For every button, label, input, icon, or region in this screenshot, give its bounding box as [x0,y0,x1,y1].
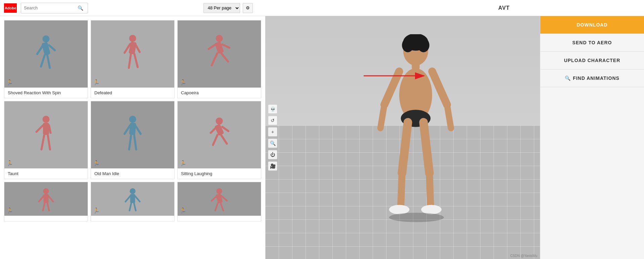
animation-card[interactable]: 🏃 [177,182,261,221]
run-icon: 🏃 [180,79,186,86]
svg-line-14 [209,45,216,49]
character-figure [379,30,486,239]
svg-line-10 [129,54,131,68]
svg-line-47 [134,203,136,211]
svg-point-42 [130,188,135,194]
svg-line-33 [222,127,228,131]
zoom-button[interactable]: 🔍 [268,139,277,148]
animation-card[interactable]: 🏃 Capoeira [177,20,261,98]
animation-panel[interactable]: 🏃 Shoved Reaction With Spin [0,16,265,259]
svg-line-3 [49,45,55,50]
svg-line-38 [39,196,44,202]
animation-card[interactable]: 🏃 Defeated [91,20,175,98]
upload-character-button[interactable]: UPLOAD CHARACTER [540,52,644,69]
download-button[interactable]: DOWNLOAD [540,16,644,34]
card-label [4,216,88,221]
svg-line-29 [134,135,136,150]
viewer-watermark: CSDN @YanisWu [510,254,537,258]
avt-title: AVT [368,5,640,11]
power-button[interactable]: ⏻ [268,150,277,159]
svg-rect-19 [43,123,49,135]
svg-line-62 [380,105,384,128]
svg-line-61 [384,71,399,105]
svg-line-11 [134,54,138,67]
svg-line-53 [221,203,223,211]
run-icon: 🏃 [6,160,13,166]
run-icon: 🏃 [6,207,13,214]
search-container: 🔍 [21,3,88,13]
svg-line-66 [401,173,402,206]
card-label: Defeated [91,88,174,98]
svg-line-27 [135,125,141,134]
svg-line-5 [47,55,50,68]
svg-line-9 [135,44,140,52]
svg-line-51 [222,196,227,201]
card-label: Shoved Reaction With Spin [4,88,88,98]
svg-line-39 [48,196,53,202]
animation-thumb: 🏃 [178,101,261,168]
action-panel: DOWNLOAD SEND TO AERO UPLOAD CHARACTER 🔍… [540,16,644,259]
run-icon: 🏃 [6,79,13,86]
animation-thumb: 🏃 [178,182,261,216]
skull-button[interactable]: 💀 [268,104,277,114]
card-label: Capoeira [178,88,261,98]
search-button[interactable]: 🔍 [78,5,83,11]
card-label [178,216,261,221]
add-button[interactable]: + [268,127,277,137]
svg-line-63 [432,71,447,105]
run-icon: 🏃 [93,207,100,214]
svg-line-46 [130,203,131,211]
animation-card[interactable]: 🏃 [4,182,88,221]
svg-line-67 [423,122,429,173]
svg-point-71 [389,213,444,222]
top-bar-center: 48 Per page 24 Per page 96 Per page ⚙ [92,3,364,13]
animation-thumb: 🏃 [4,182,88,216]
svg-line-35 [221,135,227,144]
viewer-canvas[interactable]: 💀 ↺ + 🔍 ⏻ 🎥 [265,16,540,259]
animation-thumb: 🏃 [4,101,88,168]
svg-line-20 [37,125,43,132]
animation-card[interactable]: 🏃 Old Man Idle [91,101,175,179]
search-input[interactable] [24,5,78,10]
send-to-aero-button[interactable]: SEND TO AERO [540,34,644,52]
settings-button[interactable]: ⚙ [243,3,253,13]
svg-point-12 [216,35,223,42]
viewer-panel: 💀 ↺ + 🔍 ⏻ 🎥 [265,16,540,259]
find-animations-button[interactable]: 🔍 FIND ANIMATIONS [540,69,644,87]
svg-point-30 [216,117,223,124]
per-page-select[interactable]: 48 Per page 24 Per page 96 Per page [203,3,240,13]
svg-line-15 [222,45,229,48]
svg-line-45 [135,196,140,202]
svg-line-17 [221,53,228,62]
camera-button[interactable]: 🎥 [268,161,277,171]
svg-line-21 [49,125,51,133]
main-content: 🏃 Shoved Reaction With Spin [0,16,644,259]
svg-point-0 [43,36,50,43]
animation-card[interactable]: 🏃 [91,182,175,221]
run-icon: 🏃 [180,160,186,166]
animation-card[interactable]: 🏃 Sitting Laughing [177,101,261,179]
svg-point-56 [402,38,414,52]
svg-line-68 [429,173,431,206]
run-icon: 🏃 [93,79,100,86]
svg-line-52 [215,203,218,211]
svg-line-41 [47,203,49,211]
animation-card[interactable]: 🏃 Shoved Reaction With Spin [4,20,88,98]
svg-point-57 [418,38,429,52]
reset-button[interactable]: ↺ [268,116,277,125]
animation-thumb: 🏃 [178,20,261,88]
svg-point-70 [421,205,442,214]
svg-line-4 [41,55,45,67]
svg-line-40 [43,203,45,211]
viewer-toolbar: 💀 ↺ + 🔍 ⏻ 🎥 [268,104,277,171]
animation-card[interactable]: 🏃 Taunt [4,101,88,179]
adobe-logo: Adobe [4,3,17,13]
svg-point-24 [129,116,136,123]
svg-rect-13 [215,41,224,54]
svg-line-32 [211,127,217,133]
svg-point-18 [43,116,50,123]
card-label: Old Man Idle [91,168,174,179]
top-bar: Adobe 🔍 48 Per page 24 Per page 96 Per p… [0,0,644,16]
svg-line-50 [212,196,217,201]
card-label [91,216,174,221]
